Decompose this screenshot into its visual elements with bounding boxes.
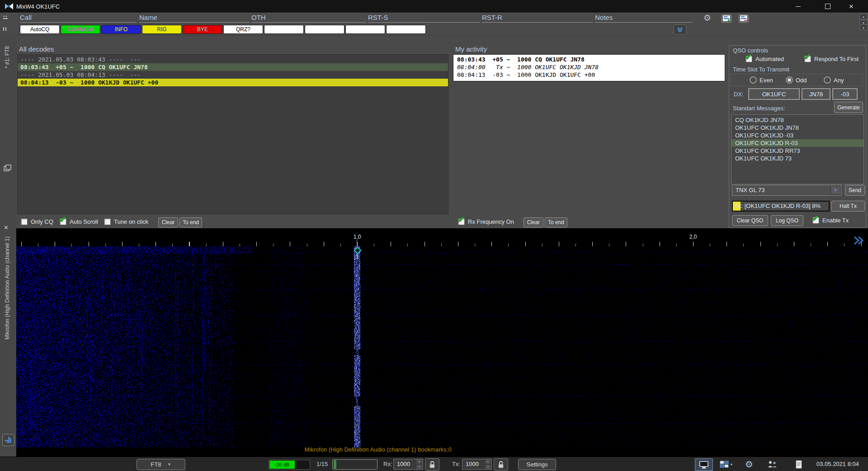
macro-button-bye[interactable]: BYE xyxy=(183,25,222,34)
column-header-call[interactable]: Call xyxy=(20,14,137,23)
check-icon: ✔ xyxy=(804,52,811,62)
period-counter: 1/15 xyxy=(316,461,328,467)
decodes-clear-button[interactable]: Clear xyxy=(158,217,178,227)
macro-button-rig[interactable]: RIG xyxy=(142,25,182,34)
waterfall-panel: 1,0 2,0 1 Mikrofon (High Definition Audi… xyxy=(0,228,868,457)
activity-to-end-button[interactable]: To end xyxy=(545,217,567,227)
waterfall-spectrum[interactable] xyxy=(16,246,868,447)
only-cq-label: Only CQ xyxy=(31,218,53,225)
callsign-exchange-button[interactable] xyxy=(763,458,781,470)
message-item[interactable]: OK1UFC OK1KJD JN78 xyxy=(731,124,863,132)
log-notes-button[interactable] xyxy=(791,458,807,470)
checkbox-box: ✔ xyxy=(812,217,819,224)
macro-button-info[interactable]: INFO xyxy=(101,25,141,34)
timeslot-odd-radio[interactable]: Odd xyxy=(786,76,807,84)
decode-row-selected[interactable]: 08:04:13 -03 ~ 1000 OK1KJD OK1UFC +00 xyxy=(18,79,448,86)
close-panel-icon[interactable]: ✕ xyxy=(4,224,9,231)
frequency-ruler[interactable] xyxy=(16,228,868,246)
enable-tx-checkbox[interactable]: ✔ Enable Tx xyxy=(812,217,849,224)
only-cq-checkbox[interactable]: ✔ Only CQ xyxy=(21,218,53,225)
log-qso-button[interactable]: Log QSO xyxy=(771,215,803,226)
macro-button-empty[interactable] xyxy=(386,25,426,34)
column-header-notes[interactable]: Notes xyxy=(595,14,693,23)
all-decodes-list[interactable]: ---- 2021.05.03 08:03:43 ---- --- 08:03:… xyxy=(17,54,448,214)
expand-spectrum-button[interactable] xyxy=(2,434,14,446)
message-item-selected[interactable]: OK1UFC OK1KJD R-03 xyxy=(731,139,863,147)
macro-button-autocq[interactable]: AutoCQ xyxy=(20,25,60,34)
check-icon: ✔ xyxy=(812,213,819,223)
layout-button[interactable]: ▼ xyxy=(716,458,736,470)
log-view-icon[interactable] xyxy=(721,14,733,23)
column-header-rst-r[interactable]: RST-R xyxy=(482,14,593,23)
column-header-rst-s[interactable]: RST-S xyxy=(368,14,480,23)
float-window-icon[interactable] xyxy=(4,165,12,172)
channel-tab-ft8[interactable]: * #1: FT8 xyxy=(4,46,10,68)
spin-up-icon[interactable]: ▲ xyxy=(485,459,491,464)
dropdown-arrow-icon: ▼ xyxy=(168,462,171,466)
message-item[interactable]: OK1UFC OK1KJD 73 xyxy=(731,155,863,162)
my-activity-list[interactable]: 08:03:43 +05 ~ 1000 CQ OK1UFC JN78 08:04… xyxy=(453,54,725,81)
enable-tx-label: Enable Tx xyxy=(822,217,849,224)
rx-lock-button[interactable] xyxy=(425,458,439,471)
spin-down-icon[interactable]: ▼ xyxy=(485,465,491,469)
rx-frequency-marker-line xyxy=(357,240,357,246)
scroll-up-button[interactable]: ▲ xyxy=(859,24,868,30)
rx-frequency-value: 1000 xyxy=(397,461,410,467)
timeslot-even-radio[interactable]: Even xyxy=(750,76,773,84)
activity-row[interactable]: 08:03:43 +05 ~ 1000 CQ OK1UFC JN78 xyxy=(453,56,725,63)
tx-progress-text: Tx: [OK1UFC OK1KJD R-03] 8% xyxy=(735,203,821,209)
column-header-name[interactable]: Name xyxy=(139,14,250,23)
tx-lock-button[interactable] xyxy=(494,458,508,471)
macro-button-empty[interactable] xyxy=(264,25,304,34)
message-item[interactable]: OK1UFC OK1KJD -03 xyxy=(731,132,863,139)
timeslot-label: Time Slot To Transmit xyxy=(733,66,789,73)
automated-checkbox[interactable]: ✔ Automated xyxy=(745,56,784,62)
spin-up-icon[interactable]: ▲ xyxy=(416,459,422,464)
rx-frequency-spinner[interactable]: 1000 ▲ ▼ xyxy=(393,459,423,470)
message-item[interactable]: CQ OK1KJD JN78 xyxy=(731,116,863,124)
drag-handle-icon[interactable] xyxy=(3,15,9,20)
scroll-up-button[interactable]: ▲ xyxy=(859,14,868,19)
column-header-oth[interactable]: OTH xyxy=(251,14,366,23)
spectrum-view-button[interactable] xyxy=(695,458,713,471)
combo-dropdown-button[interactable]: ▼ xyxy=(830,186,840,195)
spin-down-icon[interactable]: ▼ xyxy=(416,465,422,469)
macro-button-empty[interactable] xyxy=(345,25,385,34)
respond-to-first-checkbox[interactable]: ✔ Respond To First xyxy=(804,56,859,62)
tune-on-click-checkbox[interactable]: ✔ Tune on click xyxy=(104,218,148,225)
configuration-gear-button[interactable]: ⚙ xyxy=(741,458,757,470)
timeslot-any-radio[interactable]: Any xyxy=(824,76,844,84)
more-macros-button[interactable] xyxy=(674,24,686,35)
generate-button[interactable]: Generate xyxy=(834,102,863,113)
halt-tx-button[interactable]: Halt Tx xyxy=(831,201,865,212)
decodes-to-end-button[interactable]: To end xyxy=(179,217,202,227)
macro-button-empty[interactable] xyxy=(305,25,344,34)
macro-button-qrz[interactable]: QRZ? xyxy=(223,25,263,34)
custom-message-combo[interactable]: TNX GL 73 ▼ xyxy=(732,185,841,196)
message-item[interactable]: OK1UFC OK1KJD RR73 xyxy=(731,147,863,155)
log-list-icon[interactable] xyxy=(738,14,750,23)
dx-report-field[interactable]: -03 xyxy=(832,88,858,100)
maximize-button[interactable] xyxy=(817,0,838,13)
mode-select[interactable]: FT8 ▼ xyxy=(137,459,185,470)
auto-scroll-checkbox[interactable]: ✔ Auto Scroll xyxy=(60,218,98,225)
send-button[interactable]: Send xyxy=(845,185,865,196)
rx-frequency-on-checkbox[interactable]: ✔ Rx Frequency On xyxy=(458,218,514,225)
activity-row[interactable]: 08:04:13 -03 ~ 1000 OK1KJD OK1UFC +00 xyxy=(453,71,725,79)
clear-qso-button[interactable]: Clear QSO xyxy=(732,215,768,226)
tx-frequency-spinner[interactable]: 1000 ▲ ▼ xyxy=(462,459,492,470)
activity-clear-button[interactable]: Clear xyxy=(524,217,543,227)
decode-progress-fill xyxy=(334,460,336,469)
activity-row[interactable]: 08:04:00 Tx ~ 1000 OK1UFC OK1KJD JN78 xyxy=(453,63,725,71)
drag-handle-icon[interactable] xyxy=(3,27,9,32)
scroll-right-icon[interactable] xyxy=(853,236,864,245)
decode-row-cq[interactable]: 08:03:43 +05 ~ 1000 CQ OK1UFC JN78 xyxy=(18,63,448,71)
dx-grid-field[interactable]: JN78 xyxy=(802,88,830,100)
close-button[interactable]: ✕ xyxy=(841,0,862,13)
log-settings-gear-icon[interactable]: ⚙ xyxy=(703,13,711,23)
macro-button-callmycall[interactable]: CallMyCall xyxy=(61,25,100,34)
minimize-button[interactable] xyxy=(788,0,808,13)
dx-call-field[interactable]: OK1UFC xyxy=(748,88,800,100)
log-column-headers: Call Name OTH RST-S RST-R Notes ⚙ ▲ ▼ xyxy=(0,13,868,24)
settings-button[interactable]: Settings xyxy=(518,459,556,470)
